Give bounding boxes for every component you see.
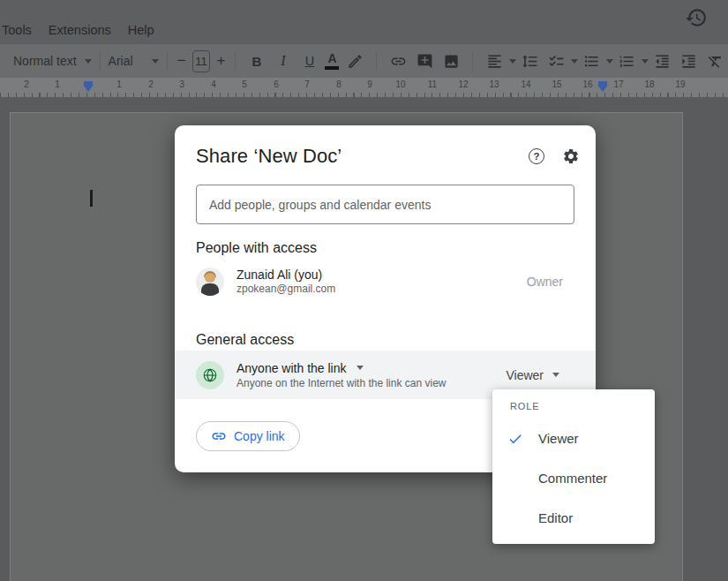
ruler-number: 11 [428,79,437,89]
underline-button[interactable]: U [298,49,321,72]
person-role-owner: Owner [527,275,563,289]
menu-help[interactable]: Help [128,23,154,37]
person-row: Zunaid Ali (you) zpokean@gmail.com Owner [196,267,574,297]
horizontal-ruler: 2112345678910111213141516171819 [0,78,728,97]
insert-image-icon[interactable] [439,49,462,72]
ruler-number: 13 [489,79,499,89]
toolbar-divider [235,51,236,72]
globe-icon [196,361,224,389]
general-access-scope-selector[interactable]: Anyone with the link [236,360,446,376]
person-email: zpokean@gmail.com [236,283,335,296]
copy-link-button[interactable]: Copy link [196,421,300,451]
ruler-number: 2 [148,79,154,89]
checklist-icon [544,49,567,72]
scope-value: Anyone with the link [236,360,347,376]
role-dropdown-menu: ROLE ViewerCommenterEditor [492,389,655,544]
general-access-role-selector[interactable]: Viewer [506,368,559,382]
version-history-icon[interactable] [685,6,708,29]
chevron-down-icon [356,366,364,370]
ruler-number: 1 [55,79,60,89]
copy-link-label: Copy link [234,429,285,443]
add-comment-icon[interactable] [413,49,436,72]
toolbar-divider [100,51,101,72]
role-menu-header: ROLE [492,401,655,419]
line-spacing-icon[interactable] [518,49,541,72]
add-people-input[interactable] [196,185,574,224]
menu-bar: Tools Extensions Help [0,0,728,44]
font-selector[interactable]: Arial [109,54,160,68]
increase-indent-icon[interactable] [677,49,700,72]
link-icon [211,428,227,444]
paragraph-style-selector[interactable]: Normal text [13,54,92,68]
help-icon[interactable]: ? [526,146,547,167]
paragraph-style-value: Normal text [13,54,77,68]
highlight-color-icon[interactable] [343,49,366,72]
menu-items: Tools Extensions Help [2,23,154,37]
role-value: Viewer [506,368,544,382]
right-indent-marker[interactable] [597,81,608,92]
bold-button[interactable]: B [245,49,268,72]
ruler-number: 18 [644,79,654,89]
ruler-number: 1 [116,79,122,89]
bullet-list-button[interactable] [578,49,613,72]
ruler-number: 17 [613,79,623,89]
ruler-number: 7 [304,79,310,89]
people-with-access-heading: People with access [196,240,317,256]
role-menu-item-commenter[interactable]: Commenter [492,458,655,498]
ruler-number: 3 [179,79,184,89]
chevron-down-icon [642,59,649,64]
align-button[interactable] [481,49,516,72]
checklist-button[interactable] [543,49,578,72]
text-color-bar [325,66,339,70]
decrease-font-size-button[interactable]: − [176,52,187,70]
avatar [196,268,224,296]
ruler-number: 15 [552,79,561,89]
numbered-list-icon [615,49,638,72]
clear-formatting-icon[interactable] [703,49,726,72]
ruler-number: 2 [24,79,29,89]
role-item-label: Viewer [538,431,579,446]
settings-icon[interactable] [560,146,582,167]
chevron-down-icon [552,373,559,377]
role-item-label: Commenter [538,471,607,486]
italic-button[interactable]: I [272,49,295,72]
check-icon [507,431,523,447]
menu-extensions[interactable]: Extensions [49,23,111,37]
role-menu-item-editor[interactable]: Editor [492,498,655,538]
role-item-label: Editor [538,510,573,525]
ruler-number: 4 [211,79,216,89]
check-placeholder [507,510,523,526]
general-access-description: Anyone on the Internet with the link can… [236,376,446,390]
person-name: Zunaid Ali (you) [236,268,335,283]
chevron-down-icon [85,59,92,64]
general-access-heading: General access [196,332,294,348]
ruler-number: 16 [582,79,592,89]
align-left-icon [483,49,506,72]
ruler-number: 8 [336,79,341,89]
insert-link-icon[interactable] [387,49,409,72]
ruler-number: 5 [242,79,247,89]
ruler-number: 12 [458,79,468,89]
left-indent-marker[interactable] [83,81,94,92]
ruler-number: 9 [367,79,372,89]
text-color-button[interactable]: A [325,52,340,70]
chevron-down-icon [509,59,516,64]
text-color-glyph: A [327,52,336,65]
dialog-title: Share ‘New Doc’ [196,145,341,168]
numbered-list-button[interactable] [613,49,649,72]
toolbar-divider [167,51,168,72]
chevron-down-icon [606,59,613,64]
chevron-down-icon [152,59,159,64]
toolbar-divider [472,51,473,72]
font-value: Arial [109,54,133,68]
text-cursor [90,190,93,207]
increase-font-size-button[interactable]: + [215,52,227,70]
menu-tools[interactable]: Tools [2,23,32,37]
ruler-number: 6 [274,79,279,89]
role-menu-item-viewer[interactable]: Viewer [492,419,655,458]
decrease-indent-icon[interactable] [650,49,673,72]
font-size-input[interactable]: 11 [192,50,210,72]
ruler-number: 10 [395,79,405,89]
ruler-number: 19 [675,79,685,89]
bullet-list-icon [580,49,603,72]
